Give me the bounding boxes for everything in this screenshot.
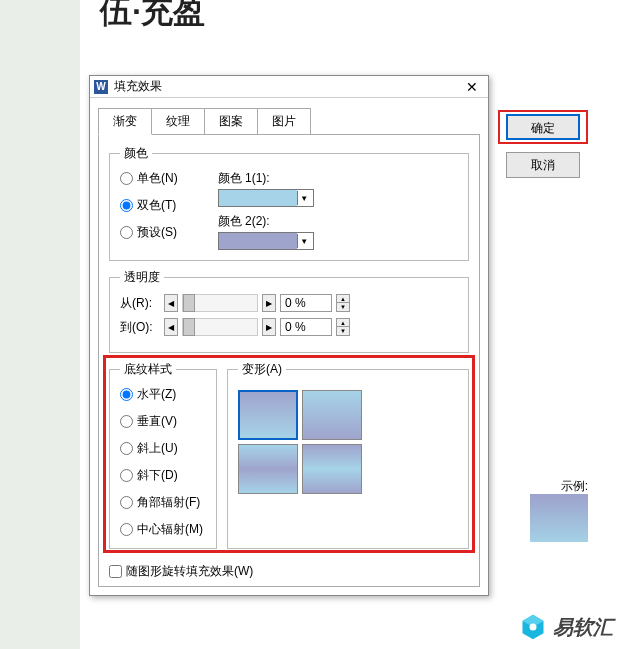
sample-label: 示例: xyxy=(561,478,588,495)
dialog-title: 填充效果 xyxy=(114,78,162,95)
tab-gradient[interactable]: 渐变 xyxy=(98,108,152,135)
fill-effects-dialog: W 填充效果 ✕ 确定 取消 示例: 渐变 纹理 图案 图片 颜色 xyxy=(89,75,489,596)
transparency-legend: 透明度 xyxy=(120,269,164,286)
radio-preset-label: 预设(S) xyxy=(137,224,177,241)
to-increment[interactable]: ▶ xyxy=(262,318,276,336)
color2-swatch xyxy=(219,233,297,249)
dialog-titlebar: W 填充效果 ✕ xyxy=(90,76,488,98)
radio-diagonal-down-label: 斜下(D) xyxy=(137,467,178,484)
variant-2[interactable] xyxy=(302,390,362,440)
from-value[interactable]: 0 % xyxy=(280,294,332,312)
from-label: 从(R): xyxy=(120,295,160,312)
to-spinner[interactable]: ▲▼ xyxy=(336,318,350,336)
slider-thumb[interactable] xyxy=(183,294,195,312)
to-decrement[interactable]: ◀ xyxy=(164,318,178,336)
variant-legend: 变形(A) xyxy=(238,361,286,378)
ok-button[interactable]: 确定 xyxy=(506,114,580,140)
color2-picker[interactable]: ▼ xyxy=(218,232,314,250)
color-legend: 颜色 xyxy=(120,145,152,162)
color1-label: 颜色 1(1): xyxy=(218,170,314,187)
radio-from-center-label: 中心辐射(M) xyxy=(137,521,203,538)
from-increment[interactable]: ▶ xyxy=(262,294,276,312)
to-value[interactable]: 0 % xyxy=(280,318,332,336)
radio-two-color[interactable]: 双色(T) xyxy=(120,197,178,214)
tab-picture[interactable]: 图片 xyxy=(257,108,311,134)
rotate-with-shape-checkbox[interactable]: 随图形旋转填充效果(W) xyxy=(109,563,469,580)
rotate-with-shape-label: 随图形旋转填充效果(W) xyxy=(126,563,253,580)
radio-horizontal-label: 水平(Z) xyxy=(137,386,176,403)
close-icon[interactable]: ✕ xyxy=(462,79,482,95)
radio-vertical-label: 垂直(V) xyxy=(137,413,177,430)
chevron-down-icon[interactable]: ▼ xyxy=(297,191,311,205)
from-decrement[interactable]: ◀ xyxy=(164,294,178,312)
to-label: 到(O): xyxy=(120,319,160,336)
tab-strip: 渐变 纹理 图案 图片 xyxy=(98,108,480,135)
variant-3[interactable] xyxy=(238,444,298,494)
slider-thumb[interactable] xyxy=(183,318,195,336)
color1-swatch xyxy=(219,190,297,206)
tab-panel-gradient: 颜色 单色(N) 双色(T) 预设(S) xyxy=(98,135,480,587)
shading-style-fieldset: 底纹样式 水平(Z) 垂直(V) 斜上(U) 斜下(D) 角部辐射(F) 中心辐… xyxy=(109,361,217,549)
from-slider[interactable] xyxy=(182,294,258,312)
radio-from-center[interactable]: 中心辐射(M) xyxy=(120,521,206,538)
radio-diagonal-up[interactable]: 斜上(U) xyxy=(120,440,206,457)
watermark-text: 易软汇 xyxy=(553,614,613,641)
sample-preview xyxy=(530,494,588,542)
tab-texture[interactable]: 纹理 xyxy=(151,108,205,134)
radio-diagonal-up-label: 斜上(U) xyxy=(137,440,178,457)
radio-two-color-label: 双色(T) xyxy=(137,197,176,214)
radio-from-corner-label: 角部辐射(F) xyxy=(137,494,200,511)
ok-highlight: 确定 xyxy=(498,110,588,144)
radio-horizontal[interactable]: 水平(Z) xyxy=(120,386,206,403)
tab-pattern[interactable]: 图案 xyxy=(204,108,258,134)
watermark-logo: 易软汇 xyxy=(519,613,613,641)
to-slider[interactable] xyxy=(182,318,258,336)
svg-point-2 xyxy=(530,624,537,631)
transparency-fieldset: 透明度 从(R): ◀ ▶ 0 % ▲▼ 到(O): ◀ ▶ 0 % ▲▼ xyxy=(109,269,469,353)
variant-4[interactable] xyxy=(302,444,362,494)
radio-diagonal-down[interactable]: 斜下(D) xyxy=(120,467,206,484)
color1-picker[interactable]: ▼ xyxy=(218,189,314,207)
cancel-button[interactable]: 取消 xyxy=(506,152,580,178)
from-spinner[interactable]: ▲▼ xyxy=(336,294,350,312)
shading-style-legend: 底纹样式 xyxy=(120,361,176,378)
color2-label: 颜色 2(2): xyxy=(218,213,314,230)
radio-vertical[interactable]: 垂直(V) xyxy=(120,413,206,430)
page-title: 伍·充盈 xyxy=(100,0,205,34)
radio-preset[interactable]: 预设(S) xyxy=(120,224,178,241)
radio-single-color-label: 单色(N) xyxy=(137,170,178,187)
hex-icon xyxy=(519,613,547,641)
app-icon: W xyxy=(94,80,108,94)
radio-single-color[interactable]: 单色(N) xyxy=(120,170,178,187)
chevron-down-icon[interactable]: ▼ xyxy=(297,234,311,248)
radio-from-corner[interactable]: 角部辐射(F) xyxy=(120,494,206,511)
variant-fieldset: 变形(A) xyxy=(227,361,469,549)
variant-1[interactable] xyxy=(238,390,298,440)
color-fieldset: 颜色 单色(N) 双色(T) 预设(S) xyxy=(109,145,469,261)
